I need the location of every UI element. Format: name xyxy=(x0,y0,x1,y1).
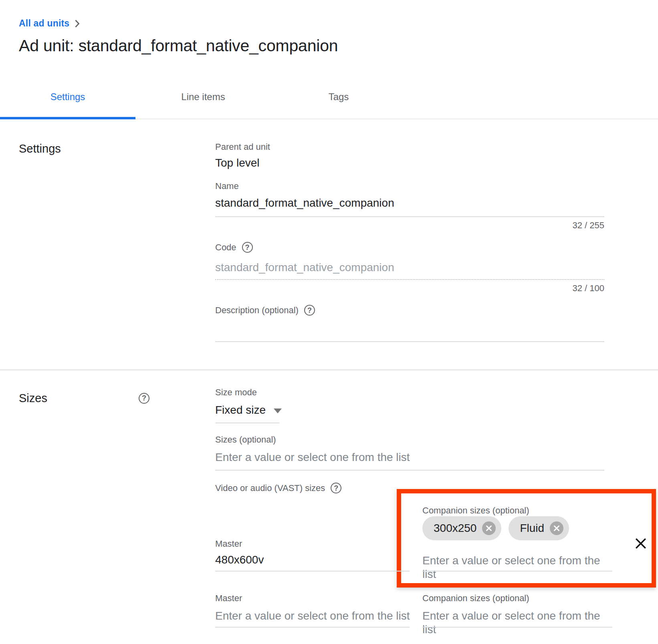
close-icon[interactable] xyxy=(634,537,647,550)
chip-label: Fluid xyxy=(520,522,544,535)
size-mode-value: Fixed size xyxy=(215,403,266,417)
size-chip-fluid: Fluid xyxy=(509,516,569,540)
description-help-icon[interactable] xyxy=(304,305,315,316)
name-char-counter: 32 / 255 xyxy=(215,220,604,231)
size-mode-label: Size mode xyxy=(215,387,604,398)
breadcrumb-link-all-ad-units[interactable]: All ad units xyxy=(19,18,69,29)
code-char-counter: 32 / 100 xyxy=(215,283,604,294)
companion-sizes-input-2[interactable]: Enter a value or select one from the lis… xyxy=(422,609,604,636)
size-mode-dropdown[interactable]: Fixed size xyxy=(215,403,604,417)
vast-sizes-area: Video or audio (VAST) sizes Companion si… xyxy=(215,471,604,644)
name-field: Name standard_format_native_companion 32… xyxy=(215,181,604,231)
breadcrumb: All ad units xyxy=(19,18,658,29)
parent-ad-unit-label: Parent ad unit xyxy=(215,142,604,152)
master-label: Master xyxy=(215,539,242,549)
sizes-optional-input[interactable]: Enter a value or select one from the lis… xyxy=(215,451,604,471)
size-chip-300x250: 300x250 xyxy=(422,516,501,540)
sizes-section-heading: Sizes xyxy=(19,391,47,405)
input-underline xyxy=(422,571,612,572)
description-field: Description (optional) xyxy=(215,305,604,342)
size-mode-field: Size mode Fixed size xyxy=(215,387,604,423)
code-label: Code xyxy=(215,242,236,253)
sizes-optional-label: Sizes (optional) xyxy=(215,435,604,445)
vast-sizes-label: Video or audio (VAST) sizes xyxy=(215,483,325,493)
name-input[interactable]: standard_format_native_companion xyxy=(215,196,604,217)
sizes-section: Sizes Size mode Fixed size Sizes (option… xyxy=(0,370,658,644)
chip-remove-icon[interactable] xyxy=(482,521,496,535)
input-underline xyxy=(215,571,410,572)
companion-sizes-input[interactable]: Enter a value or select one from the lis… xyxy=(422,554,604,581)
tab-settings[interactable]: Settings xyxy=(0,87,135,119)
sizes-optional-field: Sizes (optional) Enter a value or select… xyxy=(215,435,604,471)
code-field: Code standard_format_native_companion 32… xyxy=(215,242,604,294)
code-help-icon[interactable] xyxy=(242,242,253,253)
chevron-right-icon xyxy=(74,19,80,28)
page-title: Ad unit: standard_format_native_companio… xyxy=(19,36,658,55)
chip-label: 300x250 xyxy=(434,522,476,535)
chip-remove-icon[interactable] xyxy=(550,521,563,535)
settings-section-heading: Settings xyxy=(19,142,215,155)
input-underline xyxy=(215,627,410,628)
companion-sizes-label: Companion sizes (optional) xyxy=(422,505,529,516)
parent-ad-unit-field: Parent ad unit Top level xyxy=(215,142,604,170)
name-label: Name xyxy=(215,181,604,191)
dropdown-caret-icon xyxy=(274,409,282,413)
input-underline xyxy=(215,423,279,423)
parent-ad-unit-value: Top level xyxy=(215,156,604,170)
companion-chips: 300x250 Fluid xyxy=(422,516,569,540)
master-input-2[interactable]: Enter a value or select one from the lis… xyxy=(215,609,410,623)
sizes-help-icon[interactable] xyxy=(139,393,149,404)
description-input[interactable] xyxy=(215,320,604,342)
tab-bar: Settings Line items Tags xyxy=(0,87,658,119)
input-underline xyxy=(422,627,612,628)
code-input-disabled: standard_format_native_companion xyxy=(215,261,604,280)
settings-section: Settings Parent ad unit Top level Name s… xyxy=(0,142,658,342)
master-input[interactable]: 480x600v xyxy=(215,553,264,567)
vast-sizes-help-icon[interactable] xyxy=(331,483,341,493)
tab-line-items[interactable]: Line items xyxy=(135,87,271,119)
companion-sizes-label-2: Companion sizes (optional) xyxy=(422,593,529,604)
description-label: Description (optional) xyxy=(215,305,299,316)
tab-tags[interactable]: Tags xyxy=(271,87,406,119)
master-label-2: Master xyxy=(215,593,242,604)
